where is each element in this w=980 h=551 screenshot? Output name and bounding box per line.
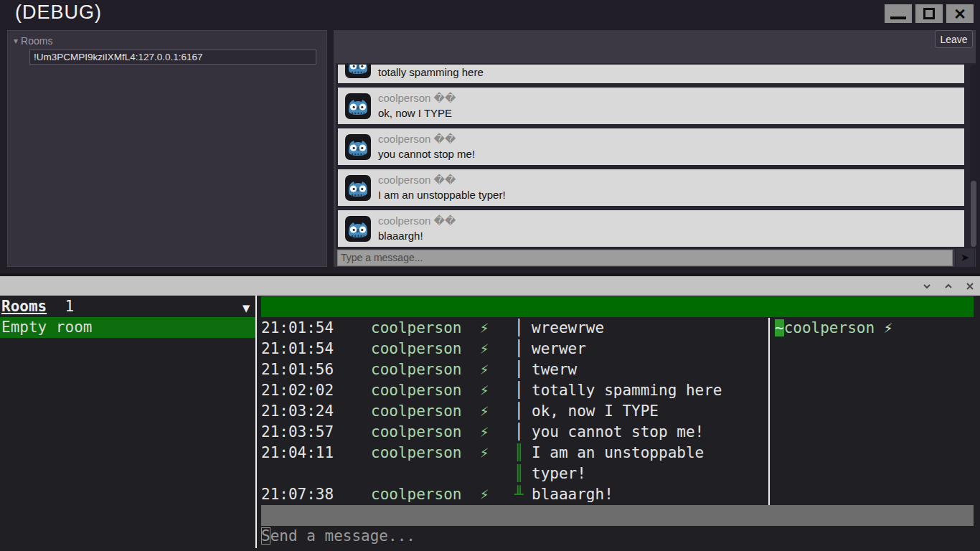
admin-prefix-badge: ~ [775, 319, 784, 336]
message-sender: coolperson ⚡ [371, 318, 514, 339]
message-sender: coolperson ⚡ [371, 339, 514, 359]
member-name: coolperson [784, 319, 884, 336]
chat-message-card[interactable]: coolperson ��I am an unstoppable typer! [337, 169, 965, 207]
chat-message-card[interactable]: coolperson ��ok, now I TYPE [337, 87, 965, 125]
minimize-icon [890, 17, 906, 19]
message-text: I am an unstoppable typer! [378, 189, 506, 201]
terminal-message-row[interactable]: 21:07:38coolperson ⚡╨blaaargh! [261, 484, 771, 505]
rooms-tree-header[interactable]: ▾ Rooms [14, 35, 52, 47]
chevron-down-icon [922, 281, 932, 291]
message-sender: coolperson �� [378, 133, 456, 146]
godot-robot-avatar [345, 175, 371, 201]
selected-room-item[interactable]: Empty room [0, 317, 255, 338]
selection-indicator: ╨ [514, 484, 524, 505]
partial-message-clip: coolperson ��totally spamming here [337, 65, 965, 84]
rooms-count: 1 [47, 298, 74, 315]
terminal-message-row[interactable]: 21:03:24coolperson ⚡│ok, now I TYPE [261, 401, 771, 422]
debug-app-window: (DEBUG) ✕ ▾ Rooms !Um3PCMPI9kziIXMfL4:12… [0, 0, 980, 273]
godot-robot-avatar [345, 93, 371, 119]
message-timestamp: 21:02:02 [261, 380, 371, 401]
chevron-up-icon [943, 281, 953, 291]
message-text: totally spamming here [378, 66, 484, 78]
terminal-message-row[interactable]: 21:01:56coolperson ⚡│twerw [261, 359, 771, 380]
column-separator: │ [514, 380, 524, 401]
rooms-panel: ▾ Rooms !Um3PCMPI9kziIXMfL4:127.0.0.1:61… [7, 30, 327, 267]
window-title: (DEBUG) [15, 1, 102, 24]
close-icon [965, 281, 975, 291]
chat-message-card[interactable]: coolperson ��blaaargh! [337, 209, 965, 248]
text-cursor: S [261, 527, 270, 545]
godot-robot-avatar [345, 216, 371, 242]
message-input[interactable]: Type a message... [337, 250, 953, 266]
room-topic-bar [261, 296, 974, 317]
message-timestamp: 21:03:24 [261, 401, 371, 422]
message-sender: coolperson ⚡ [371, 422, 514, 443]
minimize-button[interactable] [885, 4, 912, 23]
terminal-expand-button[interactable] [941, 278, 956, 294]
close-icon: ✕ [953, 6, 966, 22]
close-button[interactable]: ✕ [946, 4, 974, 23]
terminal-rooms-header[interactable]: Rooms 1 [0, 296, 255, 317]
terminal-message-row[interactable]: 21:01:54coolperson ⚡│wreewrwe [261, 318, 771, 339]
message-sender: coolperson �� [378, 215, 456, 227]
message-timestamp: 21:03:57 [261, 422, 371, 443]
message-sender: coolperson ⚡ [371, 443, 514, 484]
power-level-icon: ⚡ [480, 319, 489, 336]
message-text: ok, now I TYPE [378, 107, 452, 119]
message-text: blaaargh! [532, 484, 763, 505]
column-separator: │ [514, 401, 524, 422]
message-timestamp: 21:04:11 [261, 443, 371, 484]
terminal-chat-client: Rooms 1 ▼ Empty room 21:01:54coolperson … [0, 296, 980, 551]
power-level-icon: ⚡ [480, 444, 489, 461]
rooms-dropdown-icon[interactable]: ▼ [242, 298, 250, 319]
scrollbar-track[interactable] [970, 65, 977, 248]
maximize-button[interactable] [915, 4, 943, 23]
message-text: I am an unstoppable typer! [532, 443, 763, 484]
godot-robot-avatar [345, 134, 371, 160]
power-level-icon: ⚡ [480, 486, 489, 503]
message-text: you cannot stop me! [532, 422, 763, 443]
chat-message-card[interactable]: coolperson ��totally spamming here [337, 65, 965, 84]
message-sender: coolperson ⚡ [371, 359, 514, 380]
terminal-message-row[interactable]: 21:03:57coolperson ⚡│you cannot stop me! [261, 422, 771, 443]
message-text: werwer [532, 339, 763, 359]
message-text: twerw [532, 359, 763, 380]
chat-message-card[interactable]: coolperson ��you cannot stop me! [337, 128, 965, 166]
rooms-header-label: Rooms [1, 298, 47, 315]
column-separator: │ [514, 318, 524, 339]
tree-collapse-icon[interactable]: ▾ [14, 36, 18, 46]
column-separator: │ [514, 339, 524, 359]
member-list: ~coolperson ⚡ [775, 318, 974, 339]
power-level-icon: ⚡ [884, 319, 893, 336]
power-level-icon: ⚡ [480, 402, 489, 420]
rooms-tree-label: Rooms [21, 35, 52, 47]
message-scroll-region: coolperson ��totally spamming herecoolpe… [336, 63, 976, 249]
member-list-item[interactable]: ~coolperson ⚡ [775, 318, 974, 339]
message-text: blaaargh! [378, 230, 423, 242]
maximize-icon [923, 8, 935, 19]
power-level-icon: ⚡ [480, 340, 489, 357]
terminal-message-row[interactable]: 21:01:54coolperson ⚡│werwer [261, 339, 771, 359]
terminal-message-row[interactable]: 21:02:02coolperson ⚡│totally spamming he… [261, 380, 771, 401]
message-sender: coolperson ⚡ [371, 484, 514, 505]
message-timestamp: 21:07:38 [261, 484, 371, 505]
message-text: you cannot stop me! [378, 148, 475, 160]
message-text: wreewrwe [532, 318, 763, 339]
power-level-icon: ⚡ [480, 423, 489, 441]
members-separator [768, 318, 770, 505]
send-icon: ➤ [961, 251, 970, 264]
scrollbar-thumb[interactable] [971, 181, 976, 247]
send-button[interactable]: ➤ [955, 248, 975, 268]
message-sender: coolperson �� [378, 92, 456, 105]
sidebar-separator [255, 296, 257, 548]
room-id-item[interactable]: !Um3PCMPI9kziIXMfL4:127.0.0.1:6167 [29, 50, 316, 65]
terminal-message-row[interactable]: 21:04:11coolperson ⚡║ ║I am an unstoppab… [261, 443, 771, 484]
terminal-message-list: 21:01:54coolperson ⚡│wreewrwe21:01:54coo… [261, 318, 771, 505]
terminal-message-input[interactable]: Send a message... [261, 526, 415, 547]
terminal-titlebar[interactable] [0, 276, 980, 296]
godot-robot-avatar [345, 65, 371, 78]
leave-button[interactable]: Leave [935, 30, 973, 48]
terminal-close-button[interactable] [962, 278, 978, 294]
terminal-collapse-button[interactable] [919, 278, 935, 294]
input-divider-bar [261, 505, 974, 526]
